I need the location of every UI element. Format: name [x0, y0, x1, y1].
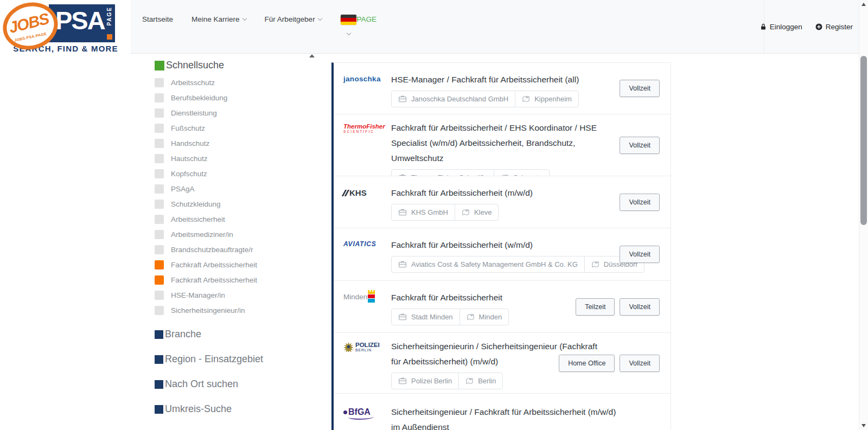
filter-label: Fachkraft Arbeitssicherheit [171, 261, 257, 269]
filter-dienstleistung[interactable]: Dienstleistung [155, 108, 317, 118]
filter-hautschutz[interactable]: Hautschutz [155, 154, 317, 163]
job-listing[interactable]: AVIATICS Fachkraft für Arbeitssicherheit… [334, 228, 671, 281]
map-pin-icon [522, 95, 530, 103]
job-listing[interactable]: KHS Fachkraft für Arbeitssicherheit (m/w… [334, 176, 671, 228]
filter-psaga[interactable]: PSAgA [155, 184, 317, 194]
job-listing[interactable]: Minden Fachkraft für Arbeitssicherheit S… [334, 281, 671, 333]
job-listing[interactable]: POLIZEI BERLIN Sicherheitsingenieurin / … [334, 333, 671, 394]
company-name: KHS GmbH [411, 208, 448, 216]
checkbox[interactable] [155, 230, 164, 239]
sidebar-section-branche[interactable]: Branche [155, 329, 317, 340]
navy-square-icon [155, 330, 163, 339]
map-pin-icon [591, 260, 599, 268]
checkbox[interactable] [155, 108, 164, 118]
employment-type-badge[interactable]: Vollzeit [620, 80, 660, 97]
job-listing[interactable]: ThermoFisher SCIENTIFIC Fachkraft für Ar… [334, 114, 671, 176]
filter-arbeitsschutz[interactable]: Arbeitsschutz [155, 78, 317, 87]
job-location: Berlin [478, 377, 496, 385]
filter-kopfschutz[interactable]: Kopfschutz [155, 169, 317, 178]
checkbox[interactable] [155, 306, 164, 315]
nav-item-startseite[interactable]: Startseite [142, 15, 173, 23]
sidebar-section-region[interactable]: Region - Einsatzgebiet [155, 354, 317, 365]
employment-type-badge[interactable]: Vollzeit [620, 194, 660, 211]
checkbox[interactable] [155, 291, 164, 300]
job-title[interactable]: HSE-Manager / Fachkraft für Arbeitssiche… [391, 72, 626, 87]
job-meta: Janoschka Deutschland GmbH Kippenheim [391, 91, 579, 107]
filter-label: HSE-Manager/in [171, 291, 225, 299]
location-cell: Berlin [458, 373, 502, 389]
filter-hse-manager[interactable]: HSE-Manager/in [155, 291, 317, 300]
checkbox[interactable] [155, 169, 164, 178]
navy-square-icon [155, 380, 163, 389]
chevron-down-icon [317, 16, 322, 21]
checkbox[interactable] [155, 275, 164, 285]
filter-sicherheitsingenieur[interactable]: Sicherheitsingenieur/in [155, 306, 317, 315]
employment-type-badge[interactable]: Vollzeit [620, 246, 660, 263]
employment-type-badge[interactable]: Home Office [559, 355, 615, 372]
filter-arbeitssicherheit[interactable]: Arbeitssicherheit [155, 215, 317, 224]
nav-item-meine-karriere[interactable]: Meine Karriere [192, 15, 246, 23]
checkbox[interactable] [155, 200, 164, 209]
bfga-dot-icon [343, 410, 347, 414]
checkbox[interactable] [155, 139, 164, 148]
job-meta: Thermo Fisher Scientific Schwerte [391, 169, 550, 176]
checkbox[interactable] [155, 93, 164, 102]
register-label: Register [826, 23, 853, 31]
language-selector[interactable] [341, 15, 357, 37]
scrollbar-up-arrow[interactable] [861, 3, 866, 6]
filter-fachkraft-arbeitssicherheit-1[interactable]: Fachkraft Arbeitssicherheit [155, 260, 317, 269]
job-title[interactable]: Fachkraft für Arbeitssicherheit / EHS Ko… [391, 120, 626, 166]
briefcase-icon [398, 208, 407, 216]
filter-arbeitsmediziner[interactable]: Arbeitsmediziner/in [155, 230, 317, 239]
psa-logo-box: PSA PAGE [49, 4, 115, 42]
job-meta: KHS GmbH Kleve [391, 204, 499, 221]
checkbox[interactable] [155, 215, 164, 224]
filter-brandschutzbeauftragte[interactable]: Brandschutzbeauftragte/r [155, 245, 317, 254]
navy-square-icon [155, 355, 163, 364]
checkbox[interactable] [155, 245, 164, 254]
khs-slashes-icon [343, 190, 348, 196]
job-title[interactable]: Fachkraft für Arbeitssicherheit (m/w/d) [391, 185, 626, 201]
filter-fussschutz[interactable]: Fußschutz [155, 124, 317, 133]
section-label: Umkreis-Suche [165, 403, 232, 415]
german-flag-icon[interactable] [341, 15, 356, 25]
filter-label: Fußschutz [171, 124, 205, 132]
nav-item-fuer-arbeitgeber[interactable]: Für Arbeitgeber [265, 15, 322, 23]
employment-type-badge[interactable]: Vollzeit [620, 137, 660, 154]
job-title[interactable]: Fachkraft für Arbeitssicherheit (w/m/d) [391, 238, 626, 253]
job-content: Sicherheitsingenieur / Fachkraft für Arb… [391, 405, 660, 430]
police-star-icon [343, 342, 354, 352]
filter-berufsbekleidung[interactable]: Berufsbekleidung [155, 93, 317, 102]
nav-label: Für Arbeitgeber [265, 15, 315, 23]
logo-line: BERLIN [355, 348, 380, 352]
sidebar-section-umkreis[interactable]: Umkreis-Suche [155, 403, 317, 415]
checkbox[interactable] [155, 154, 164, 163]
quick-search-header[interactable]: Schnellsuche [155, 60, 317, 71]
login-link[interactable]: Einloggen [760, 23, 802, 31]
sidebar-scroll-up-arrow[interactable] [309, 54, 315, 57]
job-listing[interactable]: janoschka HSE-Manager / Fachkraft für Ar… [334, 63, 671, 114]
checkbox[interactable] [155, 184, 164, 194]
register-link[interactable]: Register [815, 23, 853, 31]
checkbox[interactable] [155, 260, 164, 269]
scrollbar-down-arrow[interactable] [861, 424, 866, 427]
job-listing[interactable]: BfGA Sicherheitsingenieur / Fachkraft fü… [334, 394, 671, 430]
job-results-list: janoschka HSE-Manager / Fachkraft für Ar… [331, 62, 671, 430]
filter-fachkraft-arbeitssicherheit-2[interactable]: Fachkraft Arbeitssicherheit [155, 275, 317, 285]
map-pin-icon [465, 377, 474, 385]
checkbox[interactable] [155, 78, 164, 87]
filter-schutzkleidung[interactable]: Schutzkleidung [155, 200, 317, 209]
page-scrollbar[interactable] [859, 0, 868, 430]
filter-handschutz[interactable]: Handschutz [155, 139, 317, 148]
checkbox[interactable] [155, 124, 164, 133]
filter-label: Dienstleistung [171, 109, 217, 117]
job-title[interactable]: Sicherheitsingenieur / Fachkraft für Arb… [391, 405, 616, 430]
sidebar-section-nach-ort[interactable]: Nach Ort suchen [155, 378, 317, 390]
site-logo[interactable]: JOBS JOBS.PSA.PAGE PSA PAGE SEARCH, FIND… [0, 0, 131, 54]
lock-icon [760, 23, 767, 30]
employment-type-badge[interactable]: Vollzeit [620, 298, 660, 316]
employment-type-badge[interactable]: Teilzeit [576, 298, 615, 316]
company-cell: Aviatics Cost & Safety Management GmbH &… [392, 256, 584, 272]
employment-type-badge[interactable]: Vollzeit [620, 355, 660, 372]
scrollbar-thumb[interactable] [860, 56, 867, 225]
